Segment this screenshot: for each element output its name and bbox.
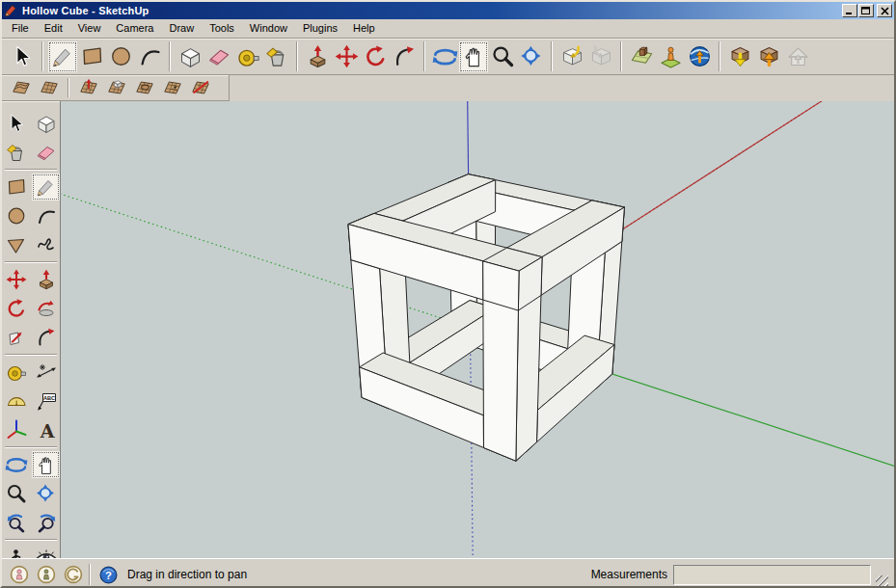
tool-circle[interactable] [106,41,135,72]
tool-line-pencil[interactable] [48,41,77,72]
tool-arc[interactable] [135,41,164,72]
follow-me-icon [35,297,58,320]
tool-pan[interactable] [459,41,488,72]
tool-select[interactable] [8,41,37,72]
tool-look-around[interactable] [32,544,60,558]
tool-circle[interactable] [2,202,30,229]
tool-make-component[interactable] [176,41,204,72]
sign-in-status-button[interactable] [62,563,85,586]
tool-share-model[interactable] [754,41,783,72]
tool-eraser[interactable] [32,139,60,166]
tool-scale[interactable] [2,324,30,351]
menu-help[interactable]: Help [345,20,383,37]
tool-zoom-extents[interactable] [32,480,60,507]
menu-camera[interactable]: Camera [108,20,161,37]
tool-from-scratch[interactable] [35,76,63,99]
tool-offset[interactable] [390,41,419,72]
google-earth-icon [687,43,713,69]
freehand-icon [35,233,58,256]
tool-tape-measure[interactable] [233,41,262,72]
tool-add-detail[interactable] [158,76,186,99]
tool-position-person[interactable] [656,41,685,72]
tool-zoom[interactable] [488,41,517,72]
tool-from-contours[interactable] [7,76,35,99]
tool-drape[interactable] [130,76,158,99]
tool-position-camera[interactable] [2,544,30,558]
tool-zoom-extents[interactable] [517,41,546,72]
measurements-input[interactable] [673,565,871,585]
tool-add-location[interactable] [627,41,656,72]
close-button[interactable] [877,4,892,17]
tool-freehand[interactable] [32,231,60,258]
tool-google-earth[interactable] [685,41,714,72]
minimize-button[interactable] [842,4,857,17]
circle-icon [5,204,28,227]
model-canvas [61,101,894,558]
tool-flip-edge[interactable] [186,76,214,99]
tool-move[interactable] [332,41,361,72]
from-contours-icon [11,77,32,98]
pan-icon [461,43,487,69]
sketchup-window: Hollow Cube - SketchUp FileEditViewCamer… [0,0,896,588]
tool-select[interactable] [2,110,30,137]
eraser-icon [35,141,58,164]
tool-dimension[interactable] [32,359,60,386]
tool-tape-measure[interactable] [2,359,30,386]
tool-house-upload [783,41,812,72]
tool-arc[interactable] [32,202,60,229]
menu-window[interactable]: Window [242,20,295,37]
tool-previous-view[interactable] [557,41,586,72]
tool-axes[interactable] [2,416,30,443]
toolbar-separator [551,41,553,71]
tool-get-models[interactable] [725,41,754,72]
menu-plugins[interactable]: Plugins [295,20,345,37]
tool-orbit[interactable] [430,41,459,72]
tool-offset[interactable] [32,324,60,351]
tool-zoom-previous[interactable] [2,509,30,536]
menu-file[interactable]: File [4,20,37,37]
rotate-icon [5,297,28,320]
title-bar[interactable]: Hollow Cube - SketchUp [2,2,894,19]
tool-follow-me[interactable] [32,295,60,322]
tool-rotate[interactable] [361,41,390,72]
tool-push-pull[interactable] [303,41,332,72]
tool-make-component[interactable] [32,110,60,137]
stamp-icon [106,77,127,98]
tool-rotate[interactable] [2,295,30,322]
menu-view[interactable]: View [70,20,109,37]
help-button[interactable]: ? [96,563,120,586]
tool-eraser[interactable] [204,41,233,72]
tool-polygon[interactable] [2,231,30,258]
select-icon [5,112,28,135]
status-hint-text: Drag in direction to pan [127,568,591,581]
menu-edit[interactable]: Edit [37,20,70,37]
resize-grip[interactable] [876,575,888,588]
tool-paint-bucket[interactable] [2,139,30,166]
tool-orbit[interactable] [2,451,30,478]
tool-3d-text[interactable]: A [32,416,60,443]
credit-attribution-status-button[interactable] [35,563,58,586]
tool-smoove[interactable] [74,76,102,99]
tool-move[interactable] [2,266,30,293]
tool-line-pencil[interactable] [32,174,60,200]
tool-text[interactable]: ABC [32,388,60,414]
maximize-button[interactable] [858,4,874,17]
tool-paint-bucket[interactable] [262,41,291,72]
menu-draw[interactable]: Draw [161,20,202,37]
tool-zoom[interactable] [2,480,30,507]
paint-bucket-icon [264,43,290,69]
tool-protractor[interactable] [2,388,30,414]
geo-location-status-button[interactable] [8,563,31,586]
viewport-3d[interactable] [61,101,894,558]
tool-zoom-next[interactable] [32,509,60,536]
tool-rectangle[interactable] [77,41,106,72]
line-pencil-icon [50,43,76,69]
menu-tools[interactable]: Tools [202,20,242,37]
make-component-icon [35,112,58,135]
measurements-label: Measurements [591,568,667,581]
tool-stamp[interactable] [102,76,130,99]
position-camera-icon [5,546,28,558]
tool-rectangle[interactable] [2,174,30,200]
tool-pan[interactable] [32,451,60,478]
tool-push-pull[interactable] [32,266,60,293]
